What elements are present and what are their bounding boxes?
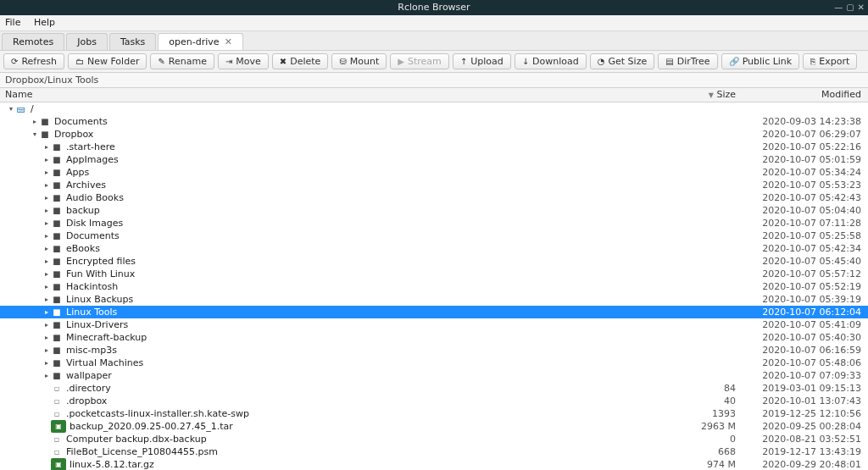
expand-arrow-icon[interactable]: ▸ xyxy=(42,217,51,229)
file-row[interactable]: ▫.dropbox402020-10-01 13:07:43 xyxy=(0,395,868,407)
folder-row[interactable]: ▸■Documents2020-10-07 05:25:58 xyxy=(0,229,868,242)
upload-icon: ↑ xyxy=(460,58,467,66)
file-row[interactable]: ▫Computer backup.dbx-backup02020-08-21 0… xyxy=(0,433,868,445)
expand-arrow-icon[interactable]: ▸ xyxy=(42,229,51,242)
folder-row[interactable]: ▸■eBooks2020-10-07 05:42:34 xyxy=(0,242,868,255)
file-row[interactable]: ▣backup_2020.09.25-00.27.45_1.tar2963 M2… xyxy=(0,420,868,433)
folder-row[interactable]: ▸■Disk Images2020-10-07 07:11:28 xyxy=(0,217,868,229)
expand-arrow-icon[interactable]: ▸ xyxy=(42,141,51,153)
folder-icon: ■ xyxy=(51,204,63,217)
menu-help[interactable]: Help xyxy=(34,17,55,28)
tab-close-icon[interactable]: ✕ xyxy=(225,36,232,47)
tab-open-drive[interactable]: open-drive✕ xyxy=(158,33,242,50)
delete-icon: ✖ xyxy=(280,58,287,66)
tab-tasks[interactable]: Tasks xyxy=(109,33,156,50)
expand-arrow-icon[interactable]: ▸ xyxy=(42,242,51,255)
item-name: .start-here xyxy=(66,141,115,153)
delete-button[interactable]: ✖Delete xyxy=(272,53,329,69)
export-icon: ⎘ xyxy=(810,58,815,66)
expand-arrow-icon[interactable]: ▸ xyxy=(42,255,51,268)
publiclink-icon: 🔗 xyxy=(729,58,739,66)
item-name: misc-mp3s xyxy=(66,344,117,357)
expand-arrow-icon[interactable]: ▸ xyxy=(42,357,51,369)
expand-arrow-icon[interactable]: ▸ xyxy=(42,306,51,318)
window-minimize-icon[interactable]: — xyxy=(834,0,843,15)
item-size: 974 M xyxy=(676,458,743,470)
folder-row[interactable]: ▾🖴/ xyxy=(0,102,868,115)
folder-row[interactable]: ▸■Virtual Machines2020-10-07 05:48:06 xyxy=(0,357,868,369)
expand-arrow-icon[interactable]: ▸ xyxy=(42,280,51,293)
expand-arrow-icon[interactable]: ▸ xyxy=(31,115,39,128)
window-titlebar: Rclone Browser — ▢ ✕ xyxy=(0,0,868,15)
mount-button[interactable]: ⛁Mount xyxy=(331,53,387,69)
file-tree[interactable]: ▾🖴/▸■Documents2020-09-03 14:23:38▾■Dropb… xyxy=(0,102,868,470)
expand-arrow-icon[interactable]: ▸ xyxy=(42,166,51,179)
path-bar[interactable]: Dropbox/Linux Tools xyxy=(0,73,868,88)
expand-arrow-icon[interactable]: ▸ xyxy=(42,191,51,204)
expand-arrow-icon[interactable]: ▸ xyxy=(42,369,51,382)
expand-arrow-icon[interactable]: ▸ xyxy=(42,268,51,280)
expand-arrow-icon[interactable]: ▸ xyxy=(42,331,51,344)
folder-row[interactable]: ▸■Linux Tools2020-10-07 06:12:04 xyxy=(0,306,868,318)
folder-row[interactable]: ▸■Archives2020-10-07 05:53:23 xyxy=(0,179,868,191)
rename-button[interactable]: ✎Rename xyxy=(150,53,214,69)
move-button[interactable]: ⇥Move xyxy=(218,53,269,69)
expand-arrow-icon[interactable]: ▸ xyxy=(42,318,51,331)
folder-row[interactable]: ▾■Dropbox2020-10-07 06:29:07 xyxy=(0,128,868,141)
folder-row[interactable]: ▸■wallpaper2020-10-07 07:09:33 xyxy=(0,369,868,382)
tab-remotes[interactable]: Remotes xyxy=(2,33,64,50)
dirtree-button[interactable]: ▤DirTree xyxy=(658,53,717,69)
item-name: eBooks xyxy=(66,242,100,255)
folder-row[interactable]: ▸■Linux-Drivers2020-10-07 05:41:09 xyxy=(0,318,868,331)
item-modified: 2020-10-07 06:16:59 xyxy=(743,344,868,357)
expand-arrow-icon[interactable]: ▸ xyxy=(42,204,51,217)
column-header-name[interactable]: Name xyxy=(0,88,676,102)
folder-icon: ■ xyxy=(51,229,63,242)
menu-file[interactable]: File xyxy=(5,17,20,28)
item-modified: 2020-10-07 05:39:19 xyxy=(743,293,868,306)
export-button[interactable]: ⎘Export xyxy=(803,53,857,69)
file-row[interactable]: ▫FileBot_License_P10804455.psm6682019-12… xyxy=(0,445,868,458)
item-name: .directory xyxy=(66,382,111,395)
collapse-arrow-icon[interactable]: ▾ xyxy=(7,102,15,115)
column-header-size[interactable]: ▼ Size xyxy=(676,88,743,102)
folder-row[interactable]: ▸■Encrypted files2020-10-07 05:45:40 xyxy=(0,255,868,268)
window-close-icon[interactable]: ✕ xyxy=(858,0,865,15)
publiclink-button[interactable]: 🔗Public Link xyxy=(721,53,800,69)
folder-row[interactable]: ▸■Linux Backups2020-10-07 05:39:19 xyxy=(0,293,868,306)
file-row[interactable]: ▫.directory842019-03-01 09:15:13 xyxy=(0,382,868,395)
expand-arrow-icon[interactable]: ▸ xyxy=(42,293,51,306)
folder-row[interactable]: ▸■Minecraft-backup2020-10-07 05:40:30 xyxy=(0,331,868,344)
folder-icon: ■ xyxy=(51,344,63,357)
tab-jobs[interactable]: Jobs xyxy=(66,33,108,50)
folder-row[interactable]: ▸■backup2020-10-07 05:04:40 xyxy=(0,204,868,217)
folder-row[interactable]: ▸■AppImages2020-10-07 05:01:59 xyxy=(0,153,868,166)
folder-row[interactable]: ▸■misc-mp3s2020-10-07 06:16:59 xyxy=(0,344,868,357)
folder-row[interactable]: ▸■Documents2020-09-03 14:23:38 xyxy=(0,115,868,128)
expand-arrow-icon[interactable]: ▸ xyxy=(42,153,51,166)
item-modified: 2019-12-25 12:10:56 xyxy=(743,407,868,420)
upload-button[interactable]: ↑Upload xyxy=(453,53,511,69)
expand-arrow-icon[interactable]: ▸ xyxy=(42,179,51,191)
folder-row[interactable]: ▸■Fun With Linux2020-10-07 05:57:12 xyxy=(0,268,868,280)
folder-icon: ■ xyxy=(51,293,63,306)
newfolder-button[interactable]: 🗀New Folder xyxy=(68,53,147,69)
column-header-modified[interactable]: Modified xyxy=(743,88,868,102)
collapse-arrow-icon[interactable]: ▾ xyxy=(31,128,39,141)
file-row[interactable]: ▫.pocketcasts-linux-installer.sh.kate-sw… xyxy=(0,407,868,420)
folder-row[interactable]: ▸■Audio Books2020-10-07 05:42:43 xyxy=(0,191,868,204)
folder-row[interactable]: ▸■.start-here2020-10-07 05:22:16 xyxy=(0,141,868,153)
item-size: 84 xyxy=(676,382,743,395)
getsize-button[interactable]: ◔Get Size xyxy=(590,53,654,69)
file-row[interactable]: ▣linux-5.8.12.tar.gz974 M2020-09-29 20:4… xyxy=(0,458,868,470)
item-name: wallpaper xyxy=(66,369,112,382)
item-modified: 2020-10-07 05:53:23 xyxy=(743,179,868,191)
window-maximize-icon[interactable]: ▢ xyxy=(846,0,854,15)
refresh-button[interactable]: ⟳Refresh xyxy=(3,53,64,69)
folder-row[interactable]: ▸■Hackintosh2020-10-07 05:52:19 xyxy=(0,280,868,293)
button-label: Public Link xyxy=(743,56,793,67)
download-button[interactable]: ↓Download xyxy=(515,53,587,69)
item-modified: 2020-09-25 00:28:04 xyxy=(743,420,868,433)
expand-arrow-icon[interactable]: ▸ xyxy=(42,344,51,357)
folder-row[interactable]: ▸■Apps2020-10-07 05:34:24 xyxy=(0,166,868,179)
